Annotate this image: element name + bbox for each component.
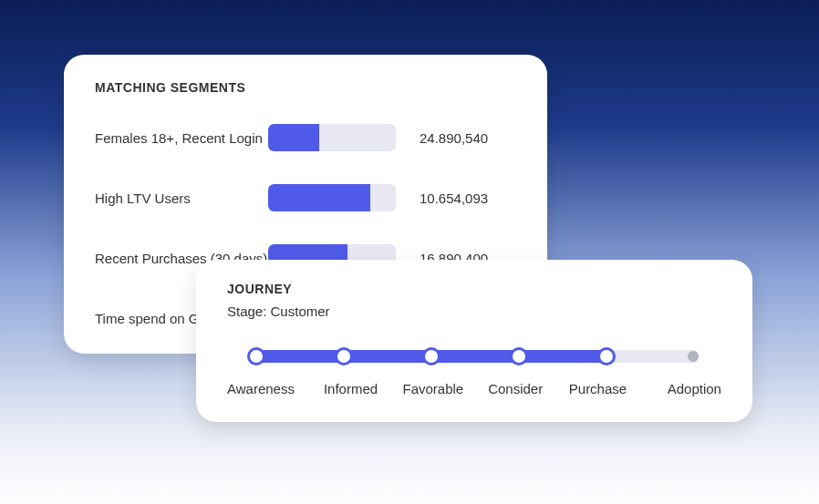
journey-stage-label-item: Favorable: [392, 381, 474, 396]
segment-row: High LTV Users 10.654,093: [95, 184, 516, 211]
journey-stage-labels: Awareness Informed Favorable Consider Pu…: [227, 381, 721, 396]
journey-stage-dot[interactable]: [510, 347, 528, 365]
journey-stage-dot[interactable]: [597, 347, 616, 365]
journey-progress: Awareness Informed Favorable Consider Pu…: [227, 350, 721, 396]
journey-stage-dot[interactable]: [688, 351, 699, 362]
segment-label: Females 18+, Recent Login: [95, 130, 268, 146]
segment-progress-bar: [268, 124, 396, 151]
journey-stage-dot[interactable]: [422, 347, 441, 365]
journey-track: [250, 350, 699, 363]
matching-segments-title: MATCHING SEGMENTS: [95, 80, 516, 95]
journey-stage-label-item: Awareness: [227, 381, 309, 396]
journey-stage-label-item: Consider: [474, 381, 556, 396]
segment-progress-fill: [268, 124, 319, 151]
journey-stage-label-item: Adoption: [639, 381, 721, 396]
journey-stage-label: Stage: Customer: [227, 303, 721, 319]
journey-card: JOURNEY Stage: Customer Awareness Inform…: [196, 260, 752, 422]
journey-stage-label-item: Purchase: [556, 381, 638, 396]
segment-value: 10.654,093: [420, 190, 488, 206]
journey-stage-label-item: Informed: [309, 381, 391, 396]
journey-title: JOURNEY: [227, 282, 721, 296]
segment-progress-fill: [268, 184, 370, 211]
segment-progress-bar: [268, 184, 396, 211]
journey-stage-dot[interactable]: [335, 347, 353, 365]
segment-label: High LTV Users: [95, 190, 268, 206]
segment-value: 24.890,540: [420, 130, 488, 146]
journey-stage-dot[interactable]: [247, 347, 265, 365]
segment-row: Females 18+, Recent Login 24.890,540: [95, 124, 516, 151]
